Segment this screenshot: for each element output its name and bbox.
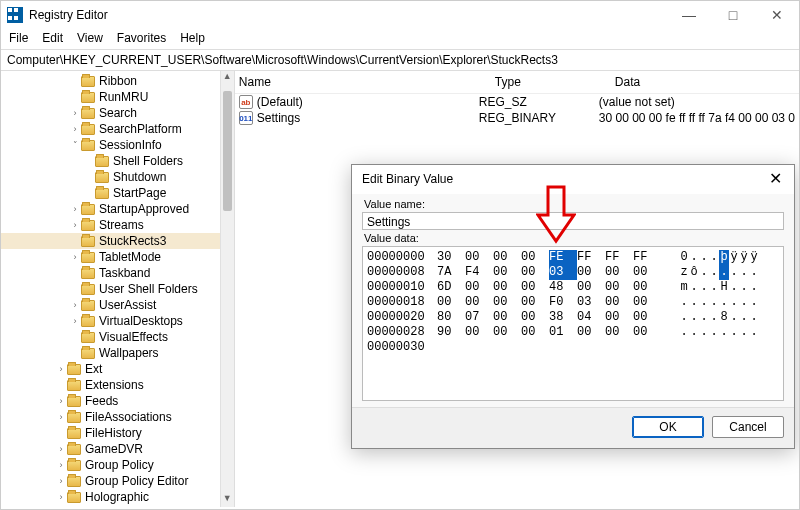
hex-ascii-char[interactable]: . [729, 325, 739, 340]
hex-ascii-char[interactable]: . [709, 295, 719, 310]
hex-byte[interactable]: 38 [549, 310, 577, 325]
hex-ascii-char[interactable]: . [739, 325, 749, 340]
hex-byte[interactable] [465, 340, 493, 355]
hex-ascii-char[interactable]: . [699, 310, 709, 325]
tree-item[interactable]: ›Group Policy Editor [1, 473, 234, 489]
hex-ascii-char[interactable]: . [699, 325, 709, 340]
tree-item[interactable]: ›Feeds [1, 393, 234, 409]
col-name[interactable]: Name [239, 75, 495, 89]
tree-item[interactable]: User Shell Folders [1, 281, 234, 297]
hex-ascii-char[interactable]: . [729, 310, 739, 325]
hex-byte[interactable]: 00 [521, 310, 549, 325]
hex-ascii-char[interactable]: ÿ [739, 250, 749, 265]
hex-ascii-char[interactable]: . [729, 265, 739, 280]
hex-ascii-char[interactable]: . [679, 310, 689, 325]
hex-ascii-char[interactable]: . [699, 280, 709, 295]
hex-byte[interactable]: 01 [549, 325, 577, 340]
tree-item[interactable]: ›TabletMode [1, 249, 234, 265]
hex-byte[interactable]: 00 [521, 295, 549, 310]
hex-byte[interactable] [437, 340, 465, 355]
tree-item[interactable]: ›Holographic [1, 489, 234, 505]
hex-byte[interactable]: 30 [437, 250, 465, 265]
hex-byte[interactable]: 00 [521, 280, 549, 295]
tree-item[interactable]: ›UserAssist [1, 297, 234, 313]
hex-byte[interactable]: 00 [465, 250, 493, 265]
hex-byte[interactable]: 00 [577, 265, 605, 280]
menu-edit[interactable]: Edit [42, 31, 63, 45]
list-row[interactable]: ab(Default)REG_SZ(value not set) [235, 94, 799, 110]
chevron-icon[interactable]: › [55, 473, 67, 489]
hex-ascii-char[interactable]: ÿ [749, 250, 759, 265]
hex-byte[interactable]: 00 [493, 265, 521, 280]
hex-ascii-char[interactable]: . [749, 295, 759, 310]
hex-ascii-char[interactable]: . [709, 310, 719, 325]
hex-ascii-char[interactable] [689, 340, 699, 355]
chevron-icon[interactable]: › [55, 361, 67, 377]
tree-item[interactable]: ›SearchPlatform [1, 121, 234, 137]
hex-byte[interactable]: 00 [577, 280, 605, 295]
scroll-thumb[interactable] [223, 91, 232, 211]
hex-byte[interactable]: 48 [549, 280, 577, 295]
hex-ascii-char[interactable]: z [679, 265, 689, 280]
hex-ascii-char[interactable]: . [749, 265, 759, 280]
ok-button[interactable]: OK [632, 416, 704, 438]
dialog-close-button[interactable]: ✕ [765, 169, 786, 188]
maximize-button[interactable]: □ [711, 1, 755, 29]
tree-item[interactable]: Taskband [1, 265, 234, 281]
hex-byte[interactable]: F0 [549, 295, 577, 310]
hex-byte[interactable] [549, 340, 577, 355]
hex-ascii-char[interactable]: . [719, 325, 729, 340]
chevron-icon[interactable]: › [69, 105, 81, 121]
hex-byte[interactable]: 00 [465, 325, 493, 340]
hex-byte[interactable]: 80 [437, 310, 465, 325]
hex-byte[interactable]: FF [633, 250, 661, 265]
hex-byte[interactable]: 00 [633, 295, 661, 310]
hex-byte[interactable]: 90 [437, 325, 465, 340]
chevron-icon[interactable]: › [69, 297, 81, 313]
hex-byte[interactable]: 00 [493, 250, 521, 265]
hex-ascii-char[interactable]: . [689, 295, 699, 310]
hex-byte[interactable]: FF [605, 250, 633, 265]
hex-ascii-char[interactable]: þ [719, 250, 729, 265]
menu-favorites[interactable]: Favorites [117, 31, 166, 45]
tree-item[interactable]: Extensions [1, 377, 234, 393]
hex-byte[interactable] [633, 340, 661, 355]
tree-item[interactable]: RunMRU [1, 89, 234, 105]
hex-ascii-char[interactable] [709, 340, 719, 355]
hex-byte[interactable]: 00 [605, 310, 633, 325]
menu-file[interactable]: File [9, 31, 28, 45]
hex-byte[interactable]: FE [549, 250, 577, 265]
hex-byte[interactable]: 00 [605, 295, 633, 310]
hex-ascii-char[interactable] [749, 340, 759, 355]
tree-item[interactable]: ›StartupApproved [1, 201, 234, 217]
hex-ascii-char[interactable]: . [749, 310, 759, 325]
chevron-icon[interactable]: › [55, 489, 67, 505]
chevron-icon[interactable]: › [69, 121, 81, 137]
hex-byte[interactable]: F4 [465, 265, 493, 280]
list-row[interactable]: 011SettingsREG_BINARY30 00 00 00 fe ff f… [235, 110, 799, 126]
tree-item[interactable]: ›VirtualDesktops [1, 313, 234, 329]
tree-item[interactable]: ›Search [1, 105, 234, 121]
hex-ascii-char[interactable]: . [709, 325, 719, 340]
hex-ascii-char[interactable]: . [729, 295, 739, 310]
hex-ascii-char[interactable]: ÿ [729, 250, 739, 265]
tree-item[interactable]: ›Streams [1, 217, 234, 233]
hex-ascii-char[interactable] [679, 340, 689, 355]
hex-ascii-char[interactable]: . [689, 325, 699, 340]
hex-ascii-char[interactable]: . [729, 280, 739, 295]
hex-ascii-char[interactable]: 8 [719, 310, 729, 325]
hex-ascii-char[interactable]: . [749, 280, 759, 295]
tree-item[interactable]: ›Ext [1, 361, 234, 377]
hex-ascii-char[interactable] [719, 340, 729, 355]
hex-ascii-char[interactable]: . [739, 310, 749, 325]
hex-ascii-char[interactable]: . [699, 295, 709, 310]
hex-byte[interactable]: 00 [493, 325, 521, 340]
hex-ascii-char[interactable]: . [689, 310, 699, 325]
hex-byte[interactable]: 00 [465, 295, 493, 310]
hex-editor[interactable]: 0000000030000000FEFFFFFF0...þÿÿÿ00000008… [362, 246, 784, 401]
tree-item[interactable]: Wallpapers [1, 345, 234, 361]
hex-ascii-char[interactable]: . [679, 295, 689, 310]
hex-byte[interactable]: 00 [633, 265, 661, 280]
scroll-down-icon[interactable]: ▼ [221, 493, 234, 507]
hex-ascii-char[interactable]: . [719, 265, 729, 280]
